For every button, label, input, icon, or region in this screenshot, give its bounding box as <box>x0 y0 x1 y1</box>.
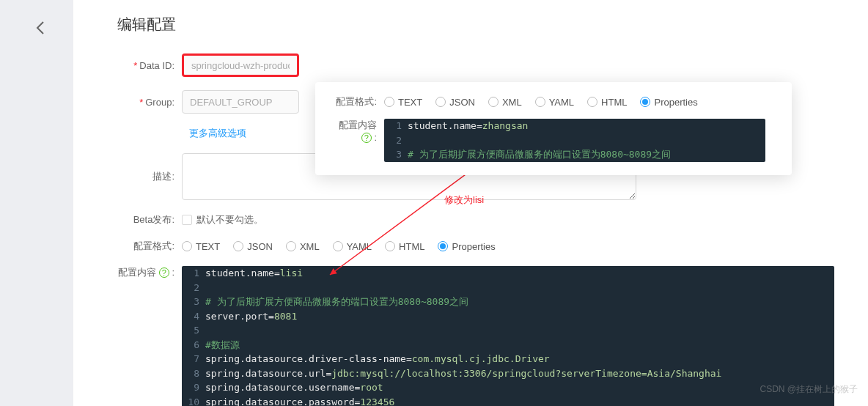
watermark: CSDN @挂在树上的猴子 <box>760 383 858 396</box>
format-radio-xml[interactable]: XML <box>488 97 522 108</box>
format-radio-json[interactable]: JSON <box>233 241 273 252</box>
advanced-options-link[interactable]: 更多高级选项 <box>189 128 246 139</box>
format-radio-html[interactable]: HTML <box>587 97 627 108</box>
format-radio-properties[interactable]: Properties <box>640 97 697 108</box>
format-radio-text[interactable]: TEXT <box>384 97 422 108</box>
annotation-text: 修改为lisi <box>444 193 484 207</box>
format-radio-yaml[interactable]: YAML <box>535 97 574 108</box>
code-editor-main[interactable]: 1student.name=lisi23# 为了后期扩展方便商品微服务的端口设置… <box>182 266 834 406</box>
format-label: 配置格式: <box>117 240 182 253</box>
format-radio-text[interactable]: TEXT <box>182 241 220 252</box>
format-radio-html[interactable]: HTML <box>385 241 424 252</box>
desc-label: 描述: <box>117 170 182 183</box>
format-radio-json[interactable]: JSON <box>435 97 475 108</box>
beta-checkbox[interactable] <box>182 215 192 225</box>
format-radio-properties[interactable]: Properties <box>438 241 495 252</box>
help-icon[interactable]: ? <box>159 267 169 278</box>
popup-format-label: 配置格式: <box>333 95 384 108</box>
format-radio-xml[interactable]: XML <box>286 241 320 252</box>
data-id-label: *Data ID: <box>117 60 182 71</box>
popup-content-label: 配置内容? : <box>333 119 384 143</box>
config-preview-popup: 配置格式: TEXTJSONXMLYAMLHTMLProperties 配置内容… <box>315 82 792 175</box>
group-label: *Group: <box>117 97 182 108</box>
format-radio-yaml[interactable]: YAML <box>333 241 372 252</box>
back-button[interactable] <box>33 21 48 35</box>
content-label: 配置内容? : <box>117 266 182 279</box>
group-input[interactable] <box>182 90 299 114</box>
help-icon[interactable]: ? <box>361 133 372 143</box>
code-editor-popup[interactable]: 1student.name=zhangsan23# 为了后期扩展方便商品微服务的… <box>384 119 765 162</box>
data-id-input[interactable] <box>182 53 299 77</box>
page-title: 编辑配置 <box>117 15 839 34</box>
beta-checkbox-label: 默认不要勾选。 <box>196 213 263 226</box>
beta-label: Beta发布: <box>117 213 182 226</box>
